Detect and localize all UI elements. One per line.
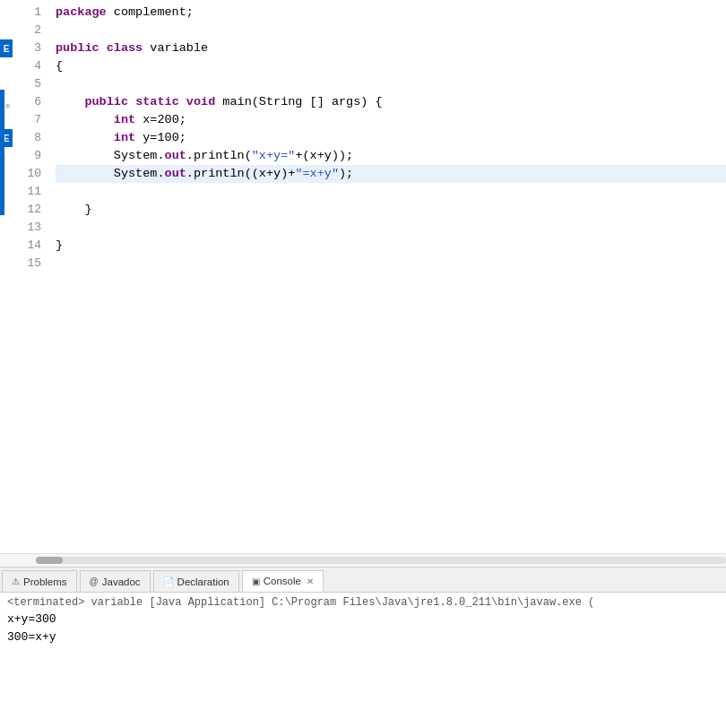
out-keyword2: out xyxy=(165,165,186,183)
keyword-package: package xyxy=(56,4,114,22)
console-output-line2: 300=x+y xyxy=(7,628,719,646)
code-line-8: int y=100; xyxy=(56,129,726,147)
line-num-6: 6⊙ xyxy=(13,93,41,111)
keyword-static: static xyxy=(135,93,186,111)
out-keyword: out xyxy=(165,147,186,165)
code-indent5: System. xyxy=(56,165,165,183)
code-line-13 xyxy=(56,219,726,237)
code-line-15 xyxy=(56,255,726,273)
tab-bar: ⚠ Problems @ Javadoc 📄 Declaration ▣ Con… xyxy=(0,568,726,593)
code-indent4: System. xyxy=(56,147,165,165)
tab-javadoc[interactable]: @ Javadoc xyxy=(80,570,151,592)
tab-declaration-label: Declaration xyxy=(177,576,229,587)
horizontal-scrollbar[interactable] xyxy=(0,553,726,567)
code-editor[interactable]: package complement; public class variabl… xyxy=(48,0,726,553)
declaration-icon: 📄 xyxy=(163,576,174,586)
keyword-class: class xyxy=(107,39,151,57)
code-text: complement; xyxy=(114,4,194,22)
code-line-9: System.out.println("x+y="+(x+y)); xyxy=(56,147,726,165)
code-indent2 xyxy=(56,111,114,129)
code-line-5 xyxy=(56,75,726,93)
code-line-7: int x=200; xyxy=(56,111,726,129)
line-num-7: 7 xyxy=(13,111,41,129)
console-output-area: <terminated> variable [Java Application]… xyxy=(0,593,726,728)
bottom-panel: ⚠ Problems @ Javadoc 📄 Declaration ▣ Con… xyxy=(0,567,726,728)
concat2: ); xyxy=(339,165,353,183)
console-icon: ▣ xyxy=(252,576,260,586)
concat1: +(x+y)); xyxy=(295,147,353,165)
var-y: y=100; xyxy=(135,129,186,147)
code-line-4: { xyxy=(56,57,726,75)
line-num-13: 13 xyxy=(13,219,41,237)
problems-icon: ⚠ xyxy=(12,576,20,586)
tab-problems[interactable]: ⚠ Problems xyxy=(2,570,77,592)
scrollbar-thumb[interactable] xyxy=(36,557,63,564)
console-terminated-line: <terminated> variable [Java Application]… xyxy=(7,596,719,609)
main-method-sig: main(String [] args) { xyxy=(222,93,382,111)
code-line-12: } xyxy=(56,201,726,219)
code-line-6: public static void main(String [] args) … xyxy=(56,93,726,111)
var-x: x=200; xyxy=(135,111,186,129)
keyword-int2: int xyxy=(114,129,135,147)
string-literal1: "x+y=" xyxy=(252,147,296,165)
line-num-14: 14 xyxy=(13,237,41,255)
breakpoint-indicator-line3: E xyxy=(0,39,13,57)
keyword-int: int xyxy=(114,111,135,129)
tab-console[interactable]: ▣ Console ✕ xyxy=(242,570,324,592)
class-close-brace: } xyxy=(56,237,63,255)
code-line-14: } xyxy=(56,237,726,255)
code-line-10: System.out.println((x+y)+"=x+y"); xyxy=(56,165,726,183)
println2: .println((x+y)+ xyxy=(186,165,296,183)
method-close-brace: } xyxy=(56,201,92,219)
scrollbar-track[interactable] xyxy=(36,557,726,564)
code-indent xyxy=(56,93,84,111)
code-brace-open: { xyxy=(56,57,63,75)
line-num-5: 5 xyxy=(13,75,41,93)
code-container: E E 1 2 3 4 5 6⊙ 7 8 9 10 11 12 13 14 15 xyxy=(0,0,726,553)
tab-console-label: Console xyxy=(264,576,301,586)
code-line-3: public class variable xyxy=(56,39,726,57)
code-line-1: package complement; xyxy=(56,4,726,22)
code-line-2 xyxy=(56,22,726,39)
println1: .println( xyxy=(186,147,252,165)
line-num-10: 10 xyxy=(13,165,41,183)
line-num-1: 1 xyxy=(13,4,41,22)
javadoc-icon: @ xyxy=(90,576,99,586)
line-num-8: 8 xyxy=(13,129,41,147)
tab-problems-label: Problems xyxy=(23,576,67,587)
keyword-public2: public xyxy=(84,93,135,111)
code-line-11 xyxy=(56,183,726,201)
code-indent3 xyxy=(56,129,114,147)
console-output-line1: x+y=300 xyxy=(7,611,719,628)
line-num-4: 4 xyxy=(13,57,41,75)
string-literal2: "=x+y" xyxy=(295,165,339,183)
keyword-void: void xyxy=(186,93,223,111)
classname-variable: variable xyxy=(150,39,208,57)
line-numbers: 1 2 3 4 5 6⊙ 7 8 9 10 11 12 13 14 15 xyxy=(13,0,48,553)
line-num-15: 15 xyxy=(13,255,41,273)
line-num-3: 3 xyxy=(13,39,41,57)
tab-declaration[interactable]: 📄 Declaration xyxy=(153,570,239,592)
line-num-11: 11 xyxy=(13,183,41,201)
line-num-9: 9 xyxy=(13,147,41,165)
line-num-2: 2 xyxy=(13,22,41,39)
method-range-indicator xyxy=(0,90,4,215)
keyword-public: public xyxy=(56,39,107,57)
console-close-button[interactable]: ✕ xyxy=(307,576,314,586)
tab-javadoc-label: Javadoc xyxy=(102,576,141,587)
editor-area: E E 1 2 3 4 5 6⊙ 7 8 9 10 11 12 13 14 15 xyxy=(0,0,726,567)
line-num-12: 12 xyxy=(13,201,41,219)
